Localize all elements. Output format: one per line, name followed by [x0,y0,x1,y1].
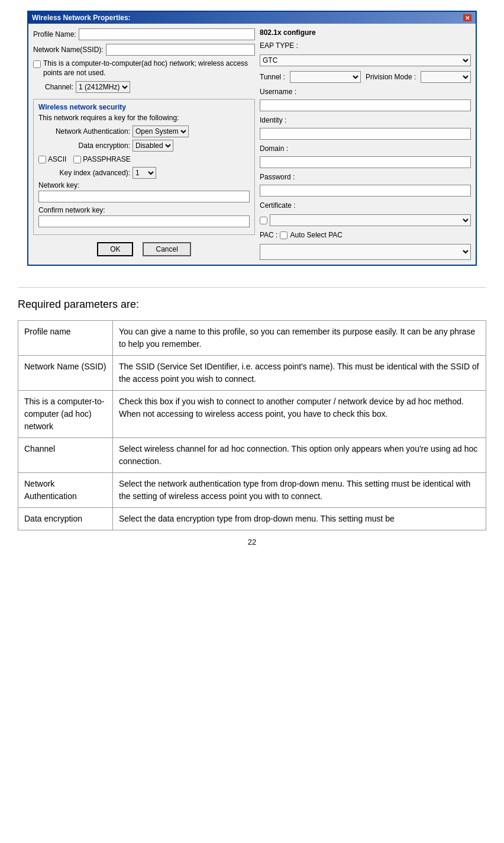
network-key-input[interactable] [38,191,250,202]
security-section: Wireless network security This network r… [33,99,255,235]
channel-row: Channel: 1 (2412MHz) [33,81,255,93]
eap-type-select[interactable]: GTC [260,54,471,66]
domain-input[interactable] [260,156,471,168]
network-name-input[interactable] [106,44,255,56]
auto-select-pac-label: Auto Select PAC [290,231,343,239]
dialog-titlebar: Wireless Network Properties: ✕ [28,12,476,24]
security-title: Wireless network security [38,103,250,111]
param-cell: Network Name (SSID) [18,356,113,391]
adhoc-label: This is a computer-to-computer(ad hoc) n… [43,59,255,78]
identity-input[interactable] [260,128,471,140]
provision-label: Privision Mode : [366,73,416,81]
required-header: Required parameters are: [18,298,486,311]
table-row: Profile nameYou can give a name to this … [18,321,486,356]
param-cell: Channel [18,438,113,473]
wireless-properties-dialog: Wireless Network Properties: ✕ Profile N… [27,11,477,266]
pac-label: PAC : [260,231,277,239]
cert-select[interactable] [270,214,471,226]
left-panel: Profile Name: Network Name(SSID): This i… [33,28,255,260]
dialog-buttons: OK Cancel [33,242,255,260]
param-cell: Data encryption [18,508,113,530]
auth-select[interactable]: Open System [133,126,189,137]
profile-name-label: Profile Name: [33,30,76,38]
dialog-close-button[interactable]: ✕ [463,14,472,22]
params-table: Profile nameYou can give a name to this … [18,320,486,530]
eap-row: EAP TYPE : [260,41,471,50]
enc-row: Data encryption: Disabled [38,140,250,152]
cancel-button[interactable]: Cancel [143,242,190,256]
identity-label: Identity : [260,116,471,124]
content-area: Required parameters are: Profile nameYou… [0,298,504,530]
ascii-label: ASCII [48,155,66,163]
table-row: Network Name (SSID)The SSID (Service Set… [18,356,486,391]
description-cell: Select wireless channel for ad hoc conne… [113,438,486,473]
network-name-row: Network Name(SSID): [33,44,255,56]
domain-label: Domain : [260,144,471,153]
ascii-checkbox[interactable] [38,156,46,163]
tunnel-select[interactable] [290,71,361,83]
enc-label: Data encryption: [38,141,130,150]
cert-row: Certificate : [260,201,471,210]
cert-label: Certificate : [260,201,296,210]
table-row: This is a computer-to-computer (ad hoc) … [18,391,486,438]
description-cell: The SSID (Service Set IDentifier, i.e. a… [113,356,486,391]
table-row: ChannelSelect wireless channel for ad ho… [18,438,486,473]
page-number: 22 [0,538,504,552]
ascii-option: ASCII [38,155,66,163]
key-options-row: ASCII PASSPHRASE [38,155,250,163]
enc-select[interactable]: Disabled [133,140,173,152]
channel-select[interactable]: 1 (2412MHz) [76,81,130,93]
param-cell: Profile name [18,321,113,356]
dialog-body: Profile Name: Network Name(SSID): This i… [28,24,476,265]
right-section-title: 802.1x configure [260,28,471,37]
description-cell: You can give a name to this profile, so … [113,321,486,356]
network-name-label: Network Name(SSID): [33,46,104,54]
description-cell: Check this box if you wish to connect to… [113,391,486,438]
passphrase-label: PASSPHRASE [83,155,130,163]
password-input[interactable] [260,185,471,197]
network-key-label: Network key: [38,181,250,189]
key-index-select[interactable]: 1 [133,167,156,179]
auto-select-pac-checkbox[interactable] [280,231,287,239]
right-panel: 802.1x configure EAP TYPE : GTC Tunnel :… [260,28,471,260]
table-row: Network AuthenticationSelect the network… [18,473,486,508]
adhoc-row: This is a computer-to-computer(ad hoc) n… [33,59,255,78]
confirm-key-label: Confirm network key: [38,206,250,214]
description-cell: Select the data encryption type from dro… [113,508,486,530]
provision-select[interactable] [421,71,471,83]
tunnel-row: Tunnel : Privision Mode : [260,71,471,83]
description-cell: Select the network authentication type f… [113,473,486,508]
passphrase-option: PASSPHRASE [73,155,130,163]
cert-checkbox[interactable] [260,217,267,224]
page-divider [18,287,486,288]
pac-select[interactable] [260,244,471,260]
tunnel-label: Tunnel : [260,73,285,81]
username-label: Username : [260,88,471,96]
pac-auto-row: Auto Select PAC [280,231,471,239]
passphrase-checkbox[interactable] [73,156,81,163]
adhoc-checkbox[interactable] [33,60,41,68]
dialog-wrapper: Wireless Network Properties: ✕ Profile N… [0,0,504,276]
password-label: Password : [260,173,471,181]
auth-label: Network Authentication: [38,127,130,136]
username-input[interactable] [260,99,471,111]
dialog-title: Wireless Network Properties: [32,14,131,22]
key-index-row: Key index (advanced): 1 [38,167,250,179]
eap-type-label: EAP TYPE : [260,41,298,50]
confirm-key-input[interactable] [38,215,250,227]
channel-label: Channel: [45,83,73,91]
auth-row: Network Authentication: Open System [38,126,250,137]
pac-row: PAC : Auto Select PAC [260,231,471,239]
param-cell: This is a computer-to-computer (ad hoc) … [18,391,113,438]
security-note: This network requires a key for the foll… [38,114,250,122]
profile-name-input[interactable] [79,28,255,40]
ok-button[interactable]: OK [97,242,133,256]
profile-name-row: Profile Name: [33,28,255,40]
table-row: Data encryptionSelect the data encryptio… [18,508,486,530]
param-cell: Network Authentication [18,473,113,508]
key-index-label: Key index (advanced): [38,169,130,177]
